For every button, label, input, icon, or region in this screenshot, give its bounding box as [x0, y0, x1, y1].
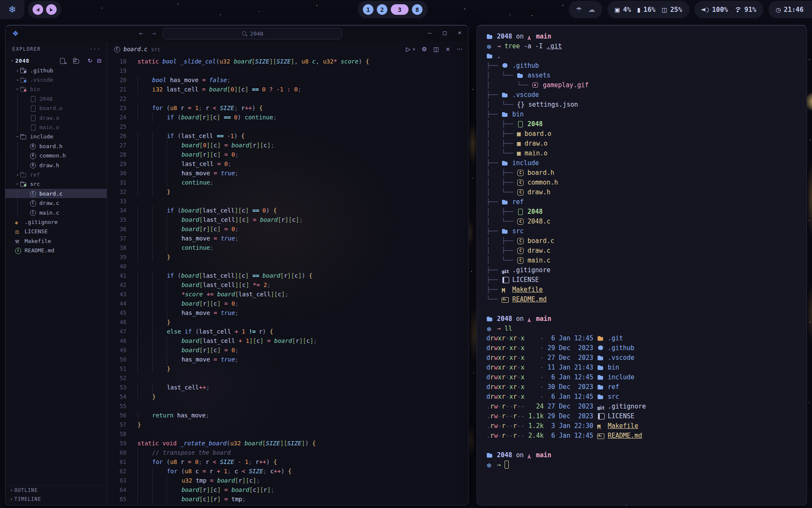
explorer-item-include[interactable]: ›include [5, 132, 107, 141]
explorer-item-board.o[interactable]: board.o [5, 104, 107, 113]
chevron-right-icon[interactable]: › [15, 77, 20, 83]
explorer-item-common.h[interactable]: common.h [5, 151, 107, 160]
close-button[interactable]: × [458, 29, 461, 36]
line-number: 41 [107, 271, 126, 280]
terminal-window[interactable]: 2048 on main → tree -a -I .git .├── .git… [477, 25, 807, 505]
maximize-button[interactable]: □ [443, 29, 446, 36]
back-button[interactable]: ← [139, 29, 143, 37]
command-center-search[interactable]: 2048 [163, 28, 342, 39]
explorer-item-board.h[interactable]: board.h [5, 141, 107, 151]
cpu-value: 4% [623, 6, 631, 14]
code-line: 60 // transpose the board [107, 448, 468, 457]
code-area[interactable]: 18static bool _slide_col(u32 board[SIZE]… [107, 57, 468, 505]
explorer-item-Makefile[interactable]: Makefile [5, 236, 107, 246]
explorer-item-draw.o[interactable]: draw.o [5, 113, 107, 122]
skip-next-icon[interactable] [46, 4, 57, 15]
explorer-item-draw.c[interactable]: draw.c [5, 198, 107, 207]
explorer-item-README.md[interactable]: README.md [5, 246, 107, 255]
terminal-line: │ ├── 2048 [486, 119, 797, 129]
system-stats: ▣4%▮16%◫25% [607, 1, 689, 18]
explorer-root-folder[interactable]: › 2048 ↻⊟ [5, 55, 107, 66]
terminal-line: ├── .gitignore [486, 265, 797, 275]
file-icon [517, 121, 524, 127]
vscode-titlebar[interactable]: ❖ ← → 2048 —□× [5, 25, 468, 41]
explorer-item-label: .github [30, 67, 53, 74]
code-line: 28 board[r][c] = 0; [107, 150, 468, 159]
terminal-line: .rw-r--r-- 24 27 Dec 2023 .gitignore [486, 402, 797, 411]
explorer-item-label: .gitignore [25, 219, 58, 225]
vscode-logo-icon[interactable]: ❖ [12, 29, 19, 38]
folder-icon [597, 335, 604, 341]
refresh-explorer-icon[interactable]: ↻ [88, 58, 92, 64]
collapse-folders-icon[interactable]: ⊟ [97, 58, 102, 64]
explorer-item-ref[interactable]: ›ref [5, 170, 107, 179]
md-icon [502, 296, 508, 302]
explorer-item-main.o[interactable]: main.o [5, 122, 107, 132]
line-number: 35 [107, 215, 126, 224]
skip-previous-icon[interactable] [33, 4, 43, 15]
book-icon [597, 413, 604, 419]
chevron-right-icon[interactable]: › [15, 171, 20, 178]
chevron-down-icon[interactable]: › [14, 134, 21, 139]
line-number: 65 [107, 494, 126, 504]
line-number: 20 [107, 75, 126, 85]
line-number: 49 [107, 345, 126, 355]
code-line: 47 else if (last_cell + 1 != r) { [107, 327, 468, 336]
volume-stat[interactable]: 100% [702, 6, 728, 14]
explorer-item-.gitignore[interactable]: .gitignore [5, 217, 107, 226]
cpu-stat: ▣4% [614, 6, 631, 14]
minimize-button[interactable]: — [428, 29, 431, 36]
close-icon[interactable]: × [445, 46, 450, 52]
clock-widget[interactable]: ◷21:46 [768, 1, 812, 18]
search-icon [241, 31, 247, 36]
chevron-down-icon[interactable]: › [9, 58, 16, 64]
split-editor-icon[interactable]: ◫ [433, 46, 439, 52]
explorer-item-2048[interactable]: 2048 [5, 94, 107, 103]
code-line: 32 } [107, 187, 468, 196]
chevron-down-icon[interactable]: › [14, 181, 21, 187]
workspace-8[interactable]: 8 [412, 4, 422, 15]
code-line: 41 if (board[last_cell][c] == board[r][c… [107, 271, 468, 280]
sidebar-section-outline[interactable]: ›OUTLINE [5, 486, 107, 494]
line-number: 40 [107, 262, 126, 271]
c-icon [517, 257, 524, 263]
workspace-1[interactable]: 1 [363, 4, 373, 15]
workspace-3[interactable]: 3 [391, 4, 409, 15]
chevron-right-icon[interactable]: › [15, 67, 20, 74]
volume-icon [702, 7, 709, 12]
explorer-item-src[interactable]: ›src [5, 179, 107, 189]
explorer-item-board.c[interactable]: board.c [5, 189, 107, 198]
explorer-item-draw.h[interactable]: draw.h [5, 160, 107, 170]
explorer-item-LICENSE[interactable]: LICENSE [5, 227, 107, 236]
wifi-value: 91% [744, 6, 756, 14]
tab-board.c[interactable]: board.c src [107, 46, 160, 52]
wifi-stat[interactable]: 91% [734, 6, 756, 14]
new-folder-icon[interactable] [73, 58, 80, 64]
gear-icon[interactable]: ⚙ [422, 46, 427, 52]
terminal-line: ├── src [486, 226, 797, 236]
forward-button[interactable]: → [152, 29, 156, 37]
terminal-line: ├── Makefile [486, 285, 797, 295]
more-icon[interactable]: ··· [457, 46, 462, 52]
run-icon[interactable]: ▷ [406, 46, 411, 52]
explorer-item-.github[interactable]: ›.github [5, 66, 107, 75]
explorer-more-icon[interactable]: ··· [90, 46, 101, 52]
code-line: 55 [107, 401, 468, 411]
line-number: 29 [107, 159, 126, 168]
chevron-down-icon[interactable]: › [14, 86, 21, 92]
sidebar-section-timeline[interactable]: ›TIMELINE [5, 494, 107, 503]
explorer-item-main.c[interactable]: main.c [5, 208, 107, 217]
launcher-button[interactable]: ❄ [0, 0, 25, 19]
chevron-down-icon[interactable]: ∨ [413, 47, 416, 51]
gitword-icon [597, 403, 604, 409]
code-line: 45 has_move = true; [107, 308, 468, 318]
terminal-line: │ ├── ▦ draw.o [486, 139, 797, 149]
explorer-item-bin[interactable]: ›bin [5, 85, 107, 94]
explorer-item-.vscode[interactable]: ›.vscode [5, 75, 107, 84]
line-number: 39 [107, 252, 126, 262]
new-file-icon[interactable] [59, 58, 65, 64]
terminal-line: → ll [486, 324, 797, 334]
workspace-2[interactable]: 2 [377, 4, 387, 15]
section-label: TIMELINE [14, 496, 41, 502]
c-file-icon [114, 47, 120, 52]
